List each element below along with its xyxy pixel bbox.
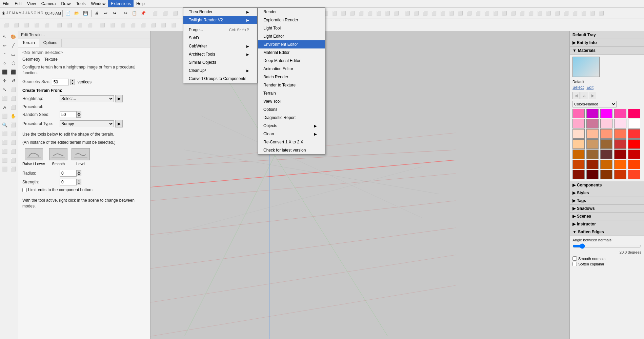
- diagnostic-report-label: Diagnostic Report: [263, 115, 296, 120]
- sub-deep-material-editor[interactable]: Deep Material Editor: [258, 57, 325, 65]
- view-tool-label: View Tool: [263, 99, 281, 104]
- menu-div1: [183, 25, 257, 25]
- cleanup-label: CleanUp³: [189, 68, 206, 73]
- cabwriter-label: CabWriter: [189, 44, 207, 48]
- sub-render[interactable]: Render: [258, 8, 325, 16]
- objects-arrow: ▶: [314, 124, 317, 128]
- menu-twilight-render[interactable]: Twilight Render V2 ▶: [183, 16, 257, 24]
- arch-arrow: ▶: [246, 53, 249, 56]
- thea-arrow: ▶: [246, 10, 249, 14]
- render-to-texture-label: Render to Texture: [263, 83, 296, 87]
- subd-label: SubD: [189, 36, 199, 40]
- clean-label: Clean: [263, 132, 274, 136]
- material-editor-label: Material Editor: [263, 50, 289, 55]
- terrain-sub-label: Terrain: [263, 91, 276, 96]
- twilight-render-label: Twilight Render V2: [189, 18, 223, 22]
- sub-view-tool[interactable]: View Tool: [258, 97, 325, 105]
- sub-diagnostic-report[interactable]: Diagnostic Report: [258, 114, 325, 122]
- extensions-menu: Thea Render ▶ Twilight Render V2 ▶ Purge…: [183, 7, 258, 83]
- sub-animation-editor[interactable]: Animation Editor: [258, 65, 325, 73]
- purge-label: Purge...: [189, 27, 203, 32]
- menu-cleanup[interactable]: CleanUp³ ▶: [183, 66, 257, 75]
- sub-light-editor[interactable]: Light Editor: [258, 32, 325, 40]
- sub-material-editor[interactable]: Material Editor: [258, 48, 325, 57]
- cleanup-arrow: ▶: [246, 69, 249, 73]
- menu-convert-groups[interactable]: Convert Groups to Components: [183, 75, 257, 83]
- check-latest-label: Check for latest version: [263, 148, 306, 153]
- sub-check-latest[interactable]: Check for latest version: [258, 146, 325, 154]
- batch-render-label: Batch Render: [263, 75, 288, 79]
- sub-clean[interactable]: Clean ▶: [258, 130, 325, 138]
- environment-editor-label: Environment Editor: [263, 42, 298, 47]
- sub-objects[interactable]: Objects ▶: [258, 122, 325, 130]
- similar-objects-label: Similar Objects: [189, 60, 216, 65]
- menu-purge[interactable]: Purge... Ctrl+Shift+P: [183, 26, 257, 34]
- reconvert-label: Re-Convert 1.X to 2.X: [263, 140, 303, 144]
- twilight-arrow: ▶: [246, 18, 249, 22]
- menu-thea-render[interactable]: Thea Render ▶: [183, 8, 257, 16]
- cab-arrow: ▶: [246, 44, 249, 48]
- menu-subd[interactable]: SubD: [183, 34, 257, 42]
- thea-render-label: Thea Render: [189, 9, 213, 14]
- sub-render-to-texture[interactable]: Render to Texture: [258, 81, 325, 89]
- dropdown-overlay: Thea Render ▶ Twilight Render V2 ▶ Purge…: [0, 0, 644, 339]
- twilight-submenu: Render Exploration Render Light Tool Lig…: [258, 7, 325, 155]
- menu-similar-objects[interactable]: Similar Objects: [183, 58, 257, 66]
- light-tool-label: Light Tool: [263, 26, 281, 31]
- sub-batch-render[interactable]: Batch Render: [258, 73, 325, 81]
- purge-shortcut: Ctrl+Shift+P: [229, 28, 249, 32]
- menu-architect-tools[interactable]: Architect Tools ▶: [183, 50, 257, 58]
- sub-light-tool[interactable]: Light Tool: [258, 24, 325, 32]
- exploration-render-label: Exploration Render: [263, 18, 298, 22]
- sub-environment-editor[interactable]: Environment Editor: [258, 40, 325, 48]
- sub-terrain[interactable]: Terrain: [258, 89, 325, 97]
- menu-cabwriter[interactable]: CabWriter ▶: [183, 42, 257, 50]
- objects-label: Objects: [263, 123, 277, 128]
- animation-editor-label: Animation Editor: [263, 66, 293, 71]
- light-editor-label: Light Editor: [263, 34, 284, 39]
- clean-arrow: ▶: [314, 132, 317, 136]
- architect-tools-label: Architect Tools: [189, 52, 215, 57]
- deep-material-editor-label: Deep Material Editor: [263, 58, 300, 63]
- sub-reconvert[interactable]: Re-Convert 1.X to 2.X: [258, 138, 325, 146]
- convert-groups-label: Convert Groups to Components: [189, 76, 246, 81]
- sub-options[interactable]: Options: [258, 105, 325, 114]
- sub-exploration-render[interactable]: Exploration Render: [258, 16, 325, 24]
- options-label: Options: [263, 107, 277, 112]
- render-label: Render: [263, 9, 277, 14]
